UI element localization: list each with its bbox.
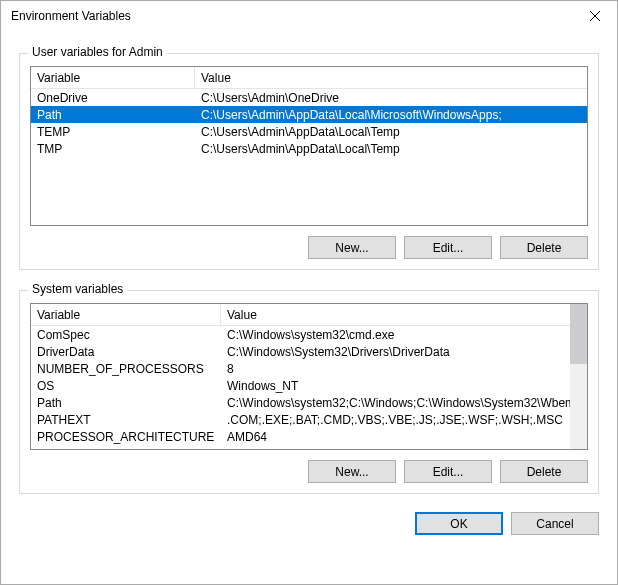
table-row[interactable]: OneDriveC:\Users\Admin\OneDrive xyxy=(31,89,587,106)
titlebar: Environment Variables xyxy=(1,1,617,31)
variable-name: Path xyxy=(31,396,221,410)
variable-value: C:\Users\Admin\OneDrive xyxy=(195,91,587,105)
system-new-button[interactable]: New... xyxy=(308,460,396,483)
user-variables-group: User variables for Admin Variable Value … xyxy=(19,53,599,270)
variable-value: C:\Users\Admin\AppData\Local\Temp xyxy=(195,142,587,156)
variable-value: C:\Users\Admin\AppData\Local\Temp xyxy=(195,125,587,139)
user-variables-list[interactable]: Variable Value OneDriveC:\Users\Admin\On… xyxy=(30,66,588,226)
variable-value: Windows_NT xyxy=(221,379,570,393)
system-list-header: Variable Value xyxy=(31,304,587,326)
user-variables-legend: User variables for Admin xyxy=(28,45,167,59)
variable-name: OneDrive xyxy=(31,91,195,105)
variable-value: C:\Windows\System32\Drivers\DriverData xyxy=(221,345,570,359)
table-row[interactable]: TMPC:\Users\Admin\AppData\Local\Temp xyxy=(31,140,587,157)
variable-name: ComSpec xyxy=(31,328,221,342)
table-row[interactable]: PathC:\Windows\system32;C:\Windows;C:\Wi… xyxy=(31,394,570,411)
user-new-button[interactable]: New... xyxy=(308,236,396,259)
table-row[interactable]: TEMPC:\Users\Admin\AppData\Local\Temp xyxy=(31,123,587,140)
close-button[interactable] xyxy=(572,1,617,31)
cancel-button[interactable]: Cancel xyxy=(511,512,599,535)
column-header-variable[interactable]: Variable xyxy=(31,67,195,88)
table-row[interactable]: PROCESSOR_ARCHITECTUREAMD64 xyxy=(31,428,570,445)
window-title: Environment Variables xyxy=(11,9,572,23)
variable-name: DriverData xyxy=(31,345,221,359)
user-edit-button[interactable]: Edit... xyxy=(404,236,492,259)
variable-value: .COM;.EXE;.BAT;.CMD;.VBS;.VBE;.JS;.JSE;.… xyxy=(221,413,570,427)
system-delete-button[interactable]: Delete xyxy=(500,460,588,483)
system-variables-legend: System variables xyxy=(28,282,127,296)
variable-name: PROCESSOR_ARCHITECTURE xyxy=(31,430,221,444)
column-header-variable[interactable]: Variable xyxy=(31,304,221,325)
variable-value: AMD64 xyxy=(221,430,570,444)
table-row[interactable]: PathC:\Users\Admin\AppData\Local\Microso… xyxy=(31,106,587,123)
table-row[interactable]: ComSpecC:\Windows\system32\cmd.exe xyxy=(31,326,570,343)
user-delete-button[interactable]: Delete xyxy=(500,236,588,259)
system-variables-group: System variables Variable Value ComSpecC… xyxy=(19,290,599,494)
variable-name: TEMP xyxy=(31,125,195,139)
column-header-value[interactable]: Value xyxy=(221,308,587,322)
table-row[interactable]: DriverDataC:\Windows\System32\Drivers\Dr… xyxy=(31,343,570,360)
variable-value: C:\Windows\system32\cmd.exe xyxy=(221,328,570,342)
user-list-header: Variable Value xyxy=(31,67,587,89)
table-row[interactable]: OSWindows_NT xyxy=(31,377,570,394)
variable-name: TMP xyxy=(31,142,195,156)
variable-value: C:\Users\Admin\AppData\Local\Microsoft\W… xyxy=(195,108,587,122)
variable-name: PATHEXT xyxy=(31,413,221,427)
variable-name: Path xyxy=(31,108,195,122)
table-row[interactable]: NUMBER_OF_PROCESSORS8 xyxy=(31,360,570,377)
table-row[interactable]: PATHEXT.COM;.EXE;.BAT;.CMD;.VBS;.VBE;.JS… xyxy=(31,411,570,428)
variable-name: NUMBER_OF_PROCESSORS xyxy=(31,362,221,376)
vertical-scrollbar[interactable] xyxy=(570,304,587,449)
ok-button[interactable]: OK xyxy=(415,512,503,535)
variable-value: 8 xyxy=(221,362,570,376)
system-edit-button[interactable]: Edit... xyxy=(404,460,492,483)
column-header-value[interactable]: Value xyxy=(195,71,587,85)
scrollbar-thumb[interactable] xyxy=(570,304,587,364)
variable-value: C:\Windows\system32;C:\Windows;C:\Window… xyxy=(221,396,570,410)
close-icon xyxy=(590,11,600,21)
system-variables-list[interactable]: Variable Value ComSpecC:\Windows\system3… xyxy=(30,303,588,450)
variable-name: OS xyxy=(31,379,221,393)
